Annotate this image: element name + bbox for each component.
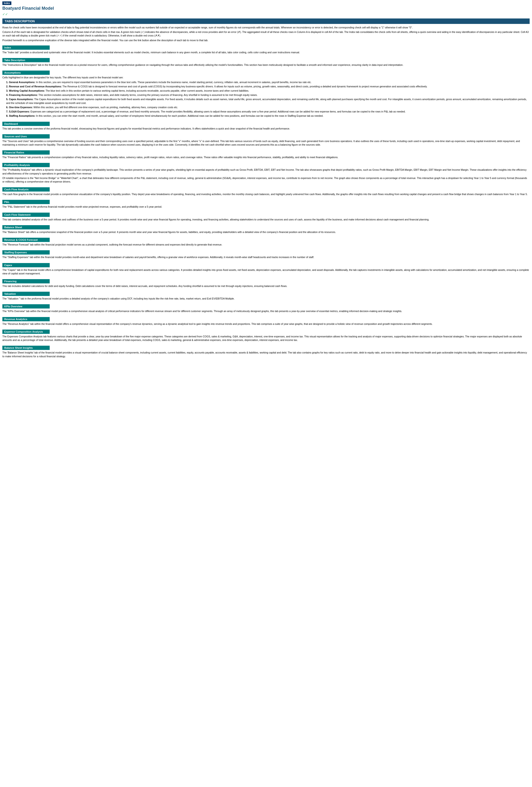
section-intro-assumptions: Cells highlighted in blue are designated…: [2, 76, 530, 79]
section-profitability-analysis: Profitability AnalysisThe "Profitability…: [2, 161, 530, 184]
section-balance-sheet: Balance SheetThe "Balance Sheet" tab off…: [2, 223, 530, 234]
index-tab-badge[interactable]: Index: [2, 1, 12, 5]
list-item-assumptions-1: 2. Revenue and Cost of Revenue Assumptio…: [2, 85, 530, 88]
section-text-kpis-overview: The "KPIs Overview" tab within the finan…: [2, 310, 530, 313]
section-assumptions: AssumptionsCells highlighted in blue are…: [2, 68, 530, 118]
section-label-financial-ratios[interactable]: Financial Ratios: [2, 150, 50, 155]
section-text-expense-composition: The Expenses Composition Analysis tab fe…: [2, 335, 530, 342]
section-text-capex: The "Capex" tab in the financial model o…: [2, 268, 530, 275]
section-text-dashboard: This tab provides a concise overview of …: [2, 127, 530, 130]
section-label-staffing-expenses[interactable]: Staffing Expenses: [2, 250, 50, 255]
section-label-revenue-cogs[interactable]: Revenue & COGS Forecast: [2, 238, 50, 242]
section-text-sources-uses: The "Sources and Uses" tab provides a co…: [2, 140, 530, 147]
page-title: Boatyard Financial Model: [2, 6, 530, 11]
section-label-capex[interactable]: Capex: [2, 263, 50, 267]
section-text-pl: The "P&L Statement" tab in the proforma …: [2, 205, 530, 209]
section-label-kpis-overview[interactable]: KPIs Overview: [2, 304, 50, 309]
section-text-revenue-analytics: The "Revenue Analytics" tab within the f…: [2, 322, 530, 326]
section-label-cash-flow-statement[interactable]: Cash Flow Statement: [2, 213, 50, 217]
section-label-index[interactable]: Index: [2, 45, 50, 50]
section-text-revenue-cogs: The "Revenue Forecast" tab within the fi…: [2, 243, 530, 247]
section-text-financing: This tab includes detailed calculations …: [2, 284, 530, 288]
list-item-assumptions-5: 6. One-time Expenses: Within this sectio…: [2, 106, 530, 109]
intro-section: Rows for check cells have been incorpora…: [2, 26, 530, 42]
numbered-list-assumptions: 1. General Assumptions: In this section,…: [2, 81, 530, 118]
section-label-cash-flow-analysis[interactable]: Cash Flow Analysis: [2, 187, 50, 192]
intro-para-2: Column A of the each tab is designated f…: [2, 30, 530, 37]
section-sources-uses: Sources and UsesThe "Sources and Uses" t…: [2, 132, 530, 147]
section-label-balance-sheet[interactable]: Balance Sheet: [2, 225, 50, 229]
section-text-valuation: The "Valuation " tab in the proforma fin…: [2, 297, 530, 300]
section-index: IndexThe "Index tab" provides a structur…: [2, 43, 530, 54]
section-label-valuation[interactable]: Valuation: [2, 292, 50, 296]
intro-para-1: Rows for check cells have been incorpora…: [2, 26, 530, 29]
section-valuation: ValuationThe "Valuation " tab in the pro…: [2, 289, 530, 300]
section-revenue-analytics: Revenue AnalyticsThe "Revenue Analytics"…: [2, 315, 530, 326]
section-financing: FinancingThis tab includes detailed calc…: [2, 277, 530, 288]
section-label-tabs-description[interactable]: Tabs Description: [2, 58, 50, 62]
section-text-tabs-description: The "Instructions & Description" tab in …: [2, 63, 530, 67]
tabs-description-header: TABS DESCRIPTION: [2, 19, 530, 24]
section-label-revenue-analytics[interactable]: Revenue Analytics: [2, 317, 50, 321]
section-kpis-overview: KPIs OverviewThe "KPIs Overview" tab wit…: [2, 302, 530, 313]
list-item-assumptions-0: 1. General Assumptions: In this section,…: [2, 81, 530, 84]
section-text-balance-sheet-insights: The 'Balance Sheet Insights' tab of the …: [2, 351, 530, 358]
list-item-assumptions-7: 8. Staffing Assumptions: In this section…: [2, 114, 530, 118]
section-text-balance-sheet: The "Balance Sheet" tab offers a compreh…: [2, 230, 530, 234]
section-label-expense-composition[interactable]: Expense Composition Analysis: [2, 329, 50, 334]
section-label-financing[interactable]: Financing: [2, 279, 50, 283]
section-balance-sheet-insights: Balance Sheet InsightsThe 'Balance Sheet…: [2, 343, 530, 358]
list-item-assumptions-3: 4. Financing Assumptions: This section i…: [2, 93, 530, 97]
section-label-dashboard[interactable]: Dashboard: [2, 122, 50, 126]
list-item-assumptions-6: 7. S,G&A Expenses: Expenses are categori…: [2, 110, 530, 113]
section-label-sources-uses[interactable]: Sources and Uses: [2, 134, 50, 139]
section-tabs-description: Tabs DescriptionThe "Instructions & Desc…: [2, 56, 530, 67]
section-cash-flow-analysis: Cash Flow AnalysisThe cash flow graphs i…: [2, 185, 530, 196]
section-revenue-cogs: Revenue & COGS ForecastThe "Revenue Fore…: [2, 235, 530, 247]
section-label-profitability-analysis[interactable]: Profitability Analysis: [2, 163, 50, 167]
list-item-assumptions-4: 5. Capex Assumptions: The Capex Assumpti…: [2, 98, 530, 105]
section-capex: CapexThe "Capex" tab in the financial mo…: [2, 261, 530, 275]
section-text-index: The "Index tab" provides a structured an…: [2, 51, 530, 54]
section-label-assumptions[interactable]: Assumptions: [2, 70, 50, 75]
section-financial-ratios: Financial RatiosThe "Financial Ratios" t…: [2, 148, 530, 159]
checkmarks: ✓✓: [2, 12, 530, 16]
section-para-profitability-analysis-1: Of notable importance is the "Net Income…: [2, 176, 530, 184]
list-item-assumptions-2: 3. Working Capital Assumptions: The blue…: [2, 89, 530, 92]
section-staffing-expenses: Staffing ExpensesThe "Staffing Expenses"…: [2, 248, 530, 259]
section-label-balance-sheet-insights[interactable]: Balance Sheet Insights: [2, 346, 50, 350]
section-text-cash-flow-statement: This tab contains detailed analysis of t…: [2, 218, 530, 221]
section-expense-composition: Expense Composition AnalysisThe Expenses…: [2, 327, 530, 342]
section-dashboard: DashboardThis tab provides a concise ove…: [2, 119, 530, 130]
section-para-profitability-analysis-0: The "Profitability Analysis" tab offers …: [2, 168, 530, 175]
section-text-financial-ratios: The "Financial Ratios" tab presents a co…: [2, 155, 530, 159]
section-text-staffing-expenses: The "Staffing Expenses" tab within the f…: [2, 255, 530, 259]
intro-para-3: Provided herewith is a comprehensive exp…: [2, 39, 530, 42]
section-cash-flow-statement: Cash Flow StatementThis tab contains det…: [2, 210, 530, 221]
section-label-pl[interactable]: P&L: [2, 200, 50, 204]
section-text-cash-flow-analysis: The cash flow graphs in the financial mo…: [2, 192, 530, 196]
section-pl: P&LThe "P&L Statement" tab in the profor…: [2, 197, 530, 209]
